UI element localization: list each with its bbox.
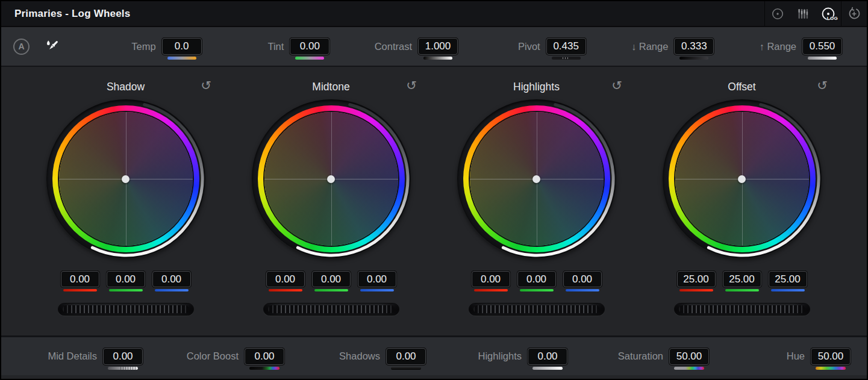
shadow-red-input[interactable]: 0.00 <box>61 271 99 287</box>
wheel-center-handle <box>738 175 746 183</box>
highlights-master-dial[interactable] <box>469 303 605 316</box>
shadow-title: Shadow <box>107 81 145 93</box>
shadow-rgb-values: 0.00 0.00 0.00 <box>61 271 191 287</box>
offset-reset-icon[interactable]: ↺ <box>814 78 830 93</box>
reset-all-icon[interactable] <box>841 1 867 26</box>
offset-wheel-column: Offset ↺ 25.00 25.00 25.00 <box>639 75 845 335</box>
highlights-input[interactable]: 0.00 <box>528 348 567 365</box>
temp-label: Temp <box>131 41 155 52</box>
offset-blue-input[interactable]: 25.00 <box>769 271 807 287</box>
temp-gradient-bar <box>167 57 196 60</box>
titlebar-mode-icons: LOG <box>764 1 867 26</box>
red-bar <box>63 289 97 291</box>
green-bar <box>520 289 554 291</box>
tint-gradient-bar <box>295 57 324 60</box>
color-boost-gradient-bar <box>249 367 279 370</box>
midtone-color-wheel[interactable] <box>252 99 411 258</box>
white-balance-picker-icon[interactable] <box>44 39 60 54</box>
midtone-blue-input[interactable]: 0.00 <box>358 271 396 287</box>
pivot-field: Pivot 0.435 <box>458 38 586 55</box>
highlights-red-input[interactable]: 0.00 <box>472 271 510 287</box>
offset-color-wheel[interactable] <box>663 99 822 258</box>
red-bar <box>269 289 302 291</box>
color-wheels-icon[interactable] <box>765 1 790 26</box>
secondary-controls-bar: Mid Details 0.00 Color Boost 0.00 Shadow… <box>1 335 867 375</box>
highlights-wheel-column: Highlights ↺ 0.00 0.00 0.00 <box>434 75 639 335</box>
auto-balance-label: A <box>18 42 24 51</box>
shadow-color-wheel[interactable] <box>46 99 205 258</box>
offset-header: Offset ↺ <box>639 78 845 96</box>
midtone-rgb-values: 0.00 0.00 0.00 <box>266 271 396 287</box>
shadows-field: Shadows 0.00 <box>284 348 426 365</box>
midtone-green-input[interactable]: 0.00 <box>312 271 351 287</box>
highlights-gradient-bar <box>532 367 563 370</box>
hue-label: Hue <box>787 350 805 362</box>
blue-bar <box>771 289 805 291</box>
saturation-label: Saturation <box>618 350 663 362</box>
midtone-wheel-column: Midtone ↺ 0.00 0.00 0.00 <box>228 75 434 335</box>
tint-field: Tint 0.00 <box>202 38 330 55</box>
primaries-log-wheels-panel: Primaries - Log Wheels LOG <box>0 0 868 380</box>
pivot-label: Pivot <box>518 41 540 52</box>
highlights-reset-icon[interactable]: ↺ <box>609 78 625 93</box>
offset-red-input[interactable]: 25.00 <box>677 271 716 287</box>
highlights-color-wheel[interactable] <box>457 99 616 258</box>
wheel-center-handle <box>532 175 540 183</box>
log-wheels-area: Shadow ↺ 0.00 0.00 0.00 Midton <box>1 67 867 335</box>
mid-details-label: Mid Details <box>48 350 97 362</box>
range-down-input[interactable]: 0.333 <box>674 38 714 55</box>
pivot-input[interactable]: 0.435 <box>546 38 586 55</box>
offset-master-dial[interactable] <box>674 303 810 316</box>
hue-input[interactable]: 50.00 <box>811 348 851 365</box>
shadow-green-input[interactable]: 0.00 <box>107 271 145 287</box>
mid-details-input[interactable]: 0.00 <box>103 348 143 365</box>
highlights-blue-input[interactable]: 0.00 <box>563 271 602 287</box>
temp-input[interactable]: 0.0 <box>162 38 202 55</box>
offset-title: Offset <box>728 81 755 93</box>
shadow-master-dial[interactable] <box>58 303 194 316</box>
contrast-input[interactable]: 1.000 <box>418 38 458 55</box>
highlights-label: Highlights <box>478 350 522 362</box>
range-up-input[interactable]: 0.550 <box>802 38 842 55</box>
midtone-red-input[interactable]: 0.00 <box>266 271 305 287</box>
green-bar <box>314 289 348 291</box>
blue-bar <box>155 289 189 291</box>
midtone-reset-icon[interactable]: ↺ <box>404 78 419 93</box>
contrast-field: Contrast 1.000 <box>329 38 458 55</box>
blue-bar <box>566 289 599 291</box>
tint-label: Tint <box>267 41 284 52</box>
green-bar <box>725 289 759 291</box>
highlights-green-input[interactable]: 0.00 <box>517 271 556 287</box>
wheel-inner-disc <box>675 112 809 246</box>
color-bars-icon[interactable] <box>790 1 816 26</box>
titlebar: Primaries - Log Wheels LOG <box>1 1 867 27</box>
wheel-center-handle <box>327 175 335 183</box>
saturation-input[interactable]: 50.00 <box>669 348 709 365</box>
wheel-inner-disc <box>470 112 604 246</box>
mid-details-field: Mid Details 0.00 <box>1 348 143 365</box>
midtone-header: Midtone ↺ <box>228 78 434 96</box>
blue-bar <box>360 289 394 291</box>
color-boost-input[interactable]: 0.00 <box>245 348 284 365</box>
shadow-blue-input[interactable]: 0.00 <box>152 271 191 287</box>
shadow-reset-icon[interactable]: ↺ <box>198 78 214 93</box>
panel-title: Primaries - Log Wheels <box>1 8 130 20</box>
shadow-wheel-column: Shadow ↺ 0.00 0.00 0.00 <box>23 75 228 335</box>
temp-field: Temp 0.0 <box>73 38 202 55</box>
range-down-gradient-bar <box>679 57 708 60</box>
red-bar <box>474 289 508 291</box>
pivot-gradient-bar <box>552 57 581 60</box>
shadows-input[interactable]: 0.00 <box>386 348 426 365</box>
saturation-gradient-bar <box>674 367 704 370</box>
offset-rgb-values: 25.00 25.00 25.00 <box>677 271 807 287</box>
wheel-inner-disc <box>264 112 398 246</box>
offset-green-input[interactable]: 25.00 <box>723 271 761 287</box>
tint-input[interactable]: 0.00 <box>290 38 329 55</box>
mid-details-gradient-bar <box>108 367 138 370</box>
auto-balance-icon[interactable]: A <box>13 39 30 55</box>
midtone-master-dial[interactable] <box>263 303 399 316</box>
log-wheels-icon[interactable]: LOG <box>816 1 841 26</box>
red-bar <box>679 289 713 291</box>
range-up-gradient-bar <box>808 57 837 60</box>
wheel-center-handle <box>122 175 130 183</box>
